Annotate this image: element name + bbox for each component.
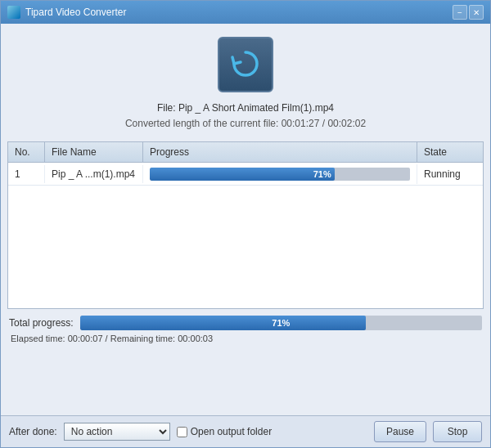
cell-state: Running	[417, 165, 483, 183]
cell-no: 1	[8, 165, 45, 183]
progress-bar-track: 71%	[150, 168, 410, 181]
elapsed-time: Elapsed time: 00:00:07 / Remaining time:…	[9, 334, 482, 343]
table-empty-area	[8, 186, 483, 308]
col-no: No.	[8, 142, 45, 162]
total-progress-pct: 71%	[272, 318, 290, 328]
file-info: File: Pip _ A Short Animated Film(1).mp4…	[125, 101, 366, 132]
app-icon	[7, 6, 20, 19]
progress-bar-wrapper: 71%	[150, 168, 410, 181]
titlebar: Tipard Video Converter − ✕	[1, 1, 490, 24]
file-table: No. File Name Progress State 1 Pip _ A .…	[7, 141, 484, 309]
total-progress-section: Total progress: 71% Elapsed time: 00:00:…	[1, 309, 490, 347]
cell-filename: Pip _ A ...m(1).mp4	[45, 165, 143, 183]
convert-icon-wrapper	[218, 37, 273, 92]
open-folder-wrapper: Open output folder	[177, 426, 272, 437]
converted-duration: Converted length of the current file: 00…	[125, 116, 366, 132]
table-row: 1 Pip _ A ...m(1).mp4 71% Running	[8, 163, 483, 186]
open-folder-label[interactable]: Open output folder	[191, 426, 272, 437]
stop-button[interactable]: Stop	[433, 421, 482, 442]
progress-bar-fill: 71%	[150, 168, 335, 181]
progress-bar-label: 71%	[313, 169, 331, 179]
footer: After done: No action Open output folder…	[1, 415, 490, 447]
convert-icon	[227, 46, 264, 84]
after-done-select[interactable]: No action Open output folder Shut down H…	[64, 423, 170, 441]
col-progress: Progress	[143, 142, 417, 162]
col-state: State	[417, 142, 483, 162]
close-button[interactable]: ✕	[469, 5, 484, 20]
table-header: No. File Name Progress State	[8, 142, 483, 163]
after-done-label: After done:	[9, 426, 57, 437]
col-filename: File Name	[45, 142, 143, 162]
cell-progress: 71%	[143, 164, 417, 184]
window-title: Tipard Video Converter	[25, 7, 453, 18]
total-progress-label: Total progress:	[9, 317, 74, 329]
titlebar-buttons: − ✕	[453, 5, 484, 20]
pause-button[interactable]: Pause	[374, 421, 426, 442]
open-folder-checkbox[interactable]	[177, 427, 187, 437]
current-filename: File: Pip _ A Short Animated Film(1).mp4	[125, 101, 366, 116]
total-progress-row: Total progress: 71%	[9, 316, 482, 330]
total-progress-fill	[80, 316, 366, 330]
top-section: File: Pip _ A Short Animated Film(1).mp4…	[1, 24, 490, 141]
main-window: Tipard Video Converter − ✕ File: Pip _ A…	[0, 0, 491, 448]
main-content: File: Pip _ A Short Animated Film(1).mp4…	[1, 24, 490, 447]
minimize-button[interactable]: −	[453, 5, 467, 20]
total-progress-track: 71%	[80, 316, 482, 330]
